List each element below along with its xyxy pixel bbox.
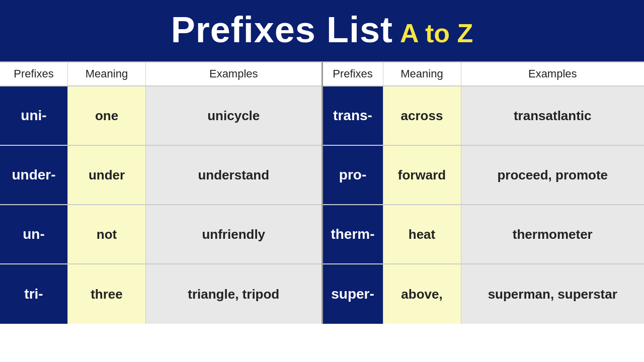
right-table: Prefixes Meaning Examples trans- across …: [323, 62, 645, 324]
right-row-1: pro- forward proceed, promote: [323, 146, 645, 205]
right-row-2: therm- heat thermometer: [323, 205, 645, 264]
right-example-0: transatlantic: [461, 86, 645, 145]
left-example-1: understand: [146, 146, 321, 204]
left-prefix-3: tri-: [0, 264, 68, 324]
right-row-0: trans- across transatlantic: [323, 86, 645, 146]
right-meaning-1: forward: [383, 146, 461, 204]
left-col-header-meaning: Meaning: [68, 62, 146, 85]
right-prefix-1: pro-: [323, 146, 383, 204]
left-row-0: uni- one unicycle: [0, 86, 321, 146]
right-meaning-2: heat: [383, 205, 461, 263]
left-meaning-3: three: [68, 264, 146, 324]
left-meaning-2: not: [68, 205, 146, 263]
page-subtitle: A to Z: [400, 19, 473, 48]
right-col-header-examples: Examples: [461, 62, 645, 85]
left-prefix-2: un-: [0, 205, 68, 263]
left-meaning-1: under: [68, 146, 146, 204]
right-prefix-3: super-: [323, 264, 383, 324]
left-example-0: unicycle: [146, 86, 321, 145]
left-header-row: Prefixes Meaning Examples: [0, 62, 321, 86]
right-row-3: super- above, superman, superstar: [323, 264, 645, 324]
left-example-2: unfriendly: [146, 205, 321, 263]
right-meaning-3: above,: [383, 264, 461, 324]
left-prefix-0: uni-: [0, 86, 68, 145]
table-container: Prefixes Meaning Examples uni- one unicy…: [0, 61, 644, 324]
left-table: Prefixes Meaning Examples uni- one unicy…: [0, 62, 321, 324]
left-example-3: triangle, tripod: [146, 264, 321, 324]
right-header-row: Prefixes Meaning Examples: [323, 62, 645, 86]
header: Prefixes ListA to Z: [0, 0, 644, 61]
left-col-header-examples: Examples: [146, 62, 321, 85]
page-title: Prefixes List: [171, 10, 393, 50]
right-example-2: thermometer: [461, 205, 645, 263]
left-meaning-0: one: [68, 86, 146, 145]
right-prefix-0: trans-: [323, 86, 383, 145]
left-col-header-prefix: Prefixes: [0, 62, 68, 85]
right-col-header-meaning: Meaning: [383, 62, 461, 85]
right-col-header-prefix: Prefixes: [323, 62, 383, 85]
left-row-2: un- not unfriendly: [0, 205, 321, 264]
left-row-1: under- under understand: [0, 146, 321, 205]
right-example-3: superman, superstar: [461, 264, 645, 324]
right-prefix-2: therm-: [323, 205, 383, 263]
left-prefix-1: under-: [0, 146, 68, 204]
right-example-1: proceed, promote: [461, 146, 645, 204]
left-row-3: tri- three triangle, tripod: [0, 264, 321, 324]
right-meaning-0: across: [383, 86, 461, 145]
